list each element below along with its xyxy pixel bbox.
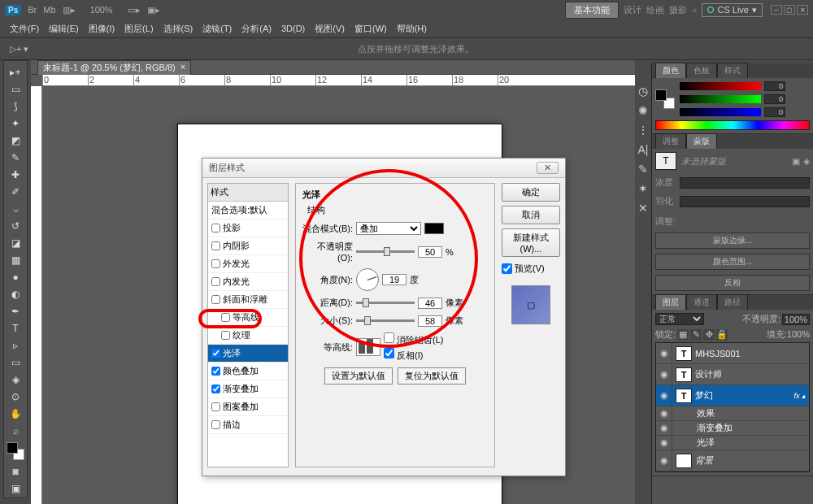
ok-button[interactable]: 确定 <box>502 183 560 202</box>
layer-row[interactable]: ◉背景 <box>656 450 809 471</box>
window-close-icon[interactable]: ✕ <box>797 5 808 15</box>
marquee-tool-icon[interactable]: ▭ <box>6 81 25 98</box>
fx-badge[interactable]: fx ▴ <box>793 392 806 400</box>
fx-row[interactable]: ◉效果 <box>656 406 809 421</box>
lock-position-icon[interactable]: ✥ <box>703 329 715 341</box>
style-inner-glow[interactable]: 内发光 <box>208 273 288 291</box>
invert-button[interactable]: 反相 <box>655 275 810 291</box>
brush-tool-icon[interactable]: ✐ <box>6 184 25 200</box>
menu-3d[interactable]: 3D(D) <box>278 22 308 35</box>
contour-picker[interactable] <box>356 338 380 356</box>
move-tool-icon[interactable]: ▸+ <box>6 64 25 80</box>
adjustments-panel-icon[interactable]: ✺ <box>638 104 648 117</box>
layer-row[interactable]: ◉T设计师 <box>656 364 809 385</box>
fx-row[interactable]: ◉渐变叠加 <box>656 421 809 436</box>
fx-row[interactable]: ◉光泽 <box>656 436 809 450</box>
color-picker[interactable] <box>424 223 444 234</box>
angle-dial[interactable] <box>356 268 379 291</box>
settings-panel-icon[interactable]: ✕ <box>638 202 648 215</box>
workspace-design[interactable]: 设计 <box>624 4 641 16</box>
history-panel-icon[interactable]: ◷ <box>638 85 648 98</box>
zoom-tool-icon[interactable]: ⌕ <box>6 423 25 439</box>
cslive-button[interactable]: CS Live ▾ <box>702 3 763 17</box>
heal-tool-icon[interactable]: ✚ <box>6 167 25 183</box>
angle-value[interactable]: 19 <box>382 274 406 285</box>
visibility-icon[interactable]: ◉ <box>656 436 672 450</box>
visibility-icon[interactable]: ◉ <box>656 421 672 435</box>
tab-mask[interactable]: 蒙版 <box>686 133 717 149</box>
swatches-panel-icon[interactable]: ✶ <box>638 182 648 195</box>
menu-window[interactable]: 窗口(W) <box>351 21 390 37</box>
feather-input[interactable] <box>680 196 810 207</box>
reset-default-button[interactable]: 复位为默认值 <box>398 367 466 385</box>
bridge-icon[interactable]: Br <box>28 5 37 15</box>
style-drop-shadow[interactable]: 投影 <box>208 219 288 237</box>
shape-tool-icon[interactable]: ▭ <box>6 354 25 371</box>
dialog-close-icon[interactable]: ✕ <box>537 162 559 174</box>
style-contour[interactable]: 等高线 <box>208 309 288 327</box>
blend-mode-select[interactable]: 叠加 <box>356 222 421 235</box>
menu-help[interactable]: 帮助(H) <box>393 21 430 37</box>
tab-styles[interactable]: 样式 <box>717 63 748 78</box>
visibility-icon[interactable]: ◉ <box>656 364 672 385</box>
tab-swatches[interactable]: 色板 <box>686 63 717 78</box>
vector-mask-icon[interactable]: ◈ <box>803 156 810 167</box>
style-gradient-overlay[interactable]: 渐变叠加 <box>208 380 288 398</box>
pixel-mask-icon[interactable]: ▣ <box>792 156 800 167</box>
slider-green[interactable] <box>680 95 761 103</box>
3dcam-tool-icon[interactable]: ⊙ <box>6 389 25 405</box>
blending-options[interactable]: 混合选项:默认 <box>208 202 288 219</box>
lock-pixels-icon[interactable]: ✎ <box>690 329 702 341</box>
visibility-icon[interactable]: ◉ <box>656 385 672 406</box>
mask-edge-button[interactable]: 蒙版边缘... <box>655 232 810 249</box>
new-style-button[interactable]: 新建样式(W)... <box>502 228 560 257</box>
dodge-tool-icon[interactable]: ◐ <box>6 286 25 302</box>
make-default-button[interactable]: 设置为默认值 <box>324 367 393 385</box>
zoom-field[interactable]: 100% <box>90 5 113 15</box>
size-slider[interactable] <box>356 319 415 322</box>
properties-panel-icon[interactable]: ⋮ <box>637 124 649 137</box>
tab-close-icon[interactable]: × <box>180 62 185 74</box>
mb-icon[interactable]: Mb <box>43 5 55 15</box>
opacity-value[interactable]: 50 <box>418 246 442 258</box>
opacity-slider[interactable] <box>356 250 415 253</box>
lasso-tool-icon[interactable]: ⟆ <box>6 98 25 115</box>
document-tab[interactable]: 未标题-1 @ 20.5% (梦幻, RGB/8)× <box>37 60 191 75</box>
eraser-tool-icon[interactable]: ◪ <box>6 235 25 251</box>
color-swatch[interactable] <box>655 89 675 109</box>
screen-mode-icon[interactable]: ▣▸ <box>147 5 160 15</box>
history-brush-tool-icon[interactable]: ↺ <box>6 218 25 234</box>
brush-panel-icon[interactable]: ✎ <box>638 163 648 176</box>
invert-checkbox[interactable]: 反相(I) <box>384 348 444 362</box>
tab-color[interactable]: 颜色 <box>655 63 686 78</box>
tab-adjustments[interactable]: 调整 <box>655 133 686 149</box>
value-green[interactable]: 0 <box>764 94 785 104</box>
slider-blue[interactable] <box>680 108 761 116</box>
gradient-tool-icon[interactable]: ▦ <box>6 252 25 268</box>
style-outer-glow[interactable]: 外发光 <box>208 255 288 273</box>
value-blue[interactable]: 0 <box>764 107 785 117</box>
layer-opacity-value[interactable]: 100% <box>782 314 810 325</box>
styles-header[interactable]: 样式 <box>208 184 288 202</box>
lock-transparency-icon[interactable]: ▦ <box>677 329 689 341</box>
style-satin[interactable]: 光泽 <box>208 345 288 363</box>
workspace-basic[interactable]: 基本功能 <box>565 2 619 19</box>
character-panel-icon[interactable]: A| <box>638 143 649 156</box>
layout-icon[interactable]: ▥▸ <box>63 5 76 15</box>
style-stroke[interactable]: 描边 <box>208 416 288 434</box>
menu-image[interactable]: 图像(I) <box>85 21 118 37</box>
mask-thumb[interactable]: T <box>655 152 676 170</box>
layer-row[interactable]: ◉T梦幻fx ▴ <box>656 385 809 406</box>
wand-tool-icon[interactable]: ✦ <box>6 115 25 132</box>
hand-tool-icon[interactable]: ✋ <box>6 406 25 422</box>
menu-analysis[interactable]: 分析(A) <box>238 21 275 37</box>
blend-mode-select[interactable]: 正常 <box>655 313 704 325</box>
style-texture[interactable]: 纹理 <box>208 327 288 345</box>
style-bevel[interactable]: 斜面和浮雕 <box>208 291 288 309</box>
color-range-button[interactable]: 颜色范围... <box>655 254 810 270</box>
window-min-icon[interactable]: ─ <box>771 5 782 15</box>
visibility-icon[interactable]: ◉ <box>656 450 672 471</box>
menu-file[interactable]: 文件(F) <box>7 21 42 37</box>
current-tool[interactable]: ▷+▾ <box>10 44 28 54</box>
view-extras-icon[interactable]: ▭▸ <box>128 5 141 15</box>
